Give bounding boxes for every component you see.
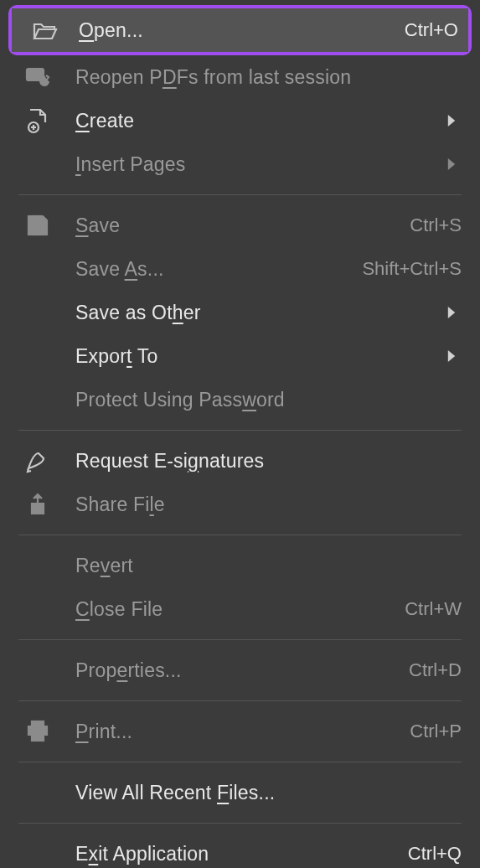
menu-item-shortcut: Ctrl+W — [344, 598, 462, 620]
menu-item-label: Revert — [75, 555, 344, 577]
svg-rect-5 — [32, 733, 44, 741]
menu-item-create[interactable]: Create — [0, 99, 480, 142]
share-icon — [0, 491, 75, 518]
create-pdf-icon — [0, 107, 75, 134]
menu-item-label: View All Recent Files... — [75, 782, 344, 804]
menu-separator — [18, 762, 462, 762]
menu-item-label: Open... — [79, 19, 341, 42]
menu-separator — [18, 823, 462, 824]
menu-item-label: Save As... — [75, 258, 344, 281]
menu-item-shortcut: Shift+Ctrl+S — [344, 258, 462, 280]
menu-item-shortcut: Ctrl+O — [341, 19, 458, 41]
menu-item-label: Protect Using Password — [75, 389, 344, 411]
menu-item-export-to[interactable]: Export To — [0, 334, 480, 378]
menu-item-label: Save as Other — [75, 302, 441, 324]
menu-item-save[interactable]: Save Ctrl+S — [0, 204, 480, 247]
menu-item-revert[interactable]: Revert — [0, 544, 480, 587]
menu-separator — [18, 535, 462, 535]
menu-item-label: Exit Application — [75, 843, 344, 865]
menu-separator — [18, 639, 462, 640]
menu-item-open-highlight: Open... Ctrl+O — [8, 5, 472, 55]
menu-item-save-as-other[interactable]: Save as Other — [0, 291, 480, 334]
folder-open-icon — [12, 17, 79, 44]
menu-item-share-file[interactable]: Share File — [0, 483, 480, 526]
chevron-right-icon — [441, 350, 462, 362]
menu-item-close-file[interactable]: Close File Ctrl+W — [0, 587, 480, 631]
menu-item-label: Reopen PDFs from last session — [75, 66, 351, 89]
menu-separator — [18, 430, 462, 431]
signature-icon — [0, 447, 75, 474]
menu-item-properties[interactable]: Properties... Ctrl+D — [0, 648, 480, 692]
menu-item-shortcut: Ctrl+D — [344, 659, 462, 681]
menu-item-save-as[interactable]: Save As... Shift+Ctrl+S — [0, 247, 480, 291]
menu-item-label: Export To — [75, 345, 441, 368]
menu-separator — [18, 194, 462, 195]
file-menu: Open... Ctrl+O Reopen PDFs from last ses… — [0, 0, 480, 868]
menu-item-label: Request E-signatures — [75, 450, 344, 473]
print-icon — [0, 718, 75, 745]
menu-item-shortcut: Ctrl+S — [344, 214, 462, 236]
save-icon — [0, 212, 75, 239]
menu-item-label: Print... — [75, 721, 344, 743]
menu-item-open[interactable]: Open... Ctrl+O — [12, 8, 468, 52]
menu-item-reopen[interactable]: Reopen PDFs from last session — [0, 55, 480, 99]
menu-item-shortcut: Ctrl+P — [344, 721, 462, 742]
menu-item-shortcut: Ctrl+Q — [344, 843, 462, 865]
menu-item-label: Save — [75, 214, 344, 237]
chevron-right-icon — [441, 115, 462, 127]
menu-item-label: Insert Pages — [75, 153, 441, 176]
menu-item-label: Create — [75, 110, 441, 132]
menu-item-insert-pages[interactable]: Insert Pages — [0, 142, 480, 186]
reopen-icon — [0, 64, 75, 90]
menu-item-exit-application[interactable]: Exit Application Ctrl+Q — [0, 832, 480, 868]
svg-rect-3 — [32, 227, 44, 235]
menu-item-protect-password[interactable]: Protect Using Password — [0, 378, 480, 421]
menu-item-label: Properties... — [75, 659, 344, 682]
menu-item-request-esignatures[interactable]: Request E-signatures — [0, 439, 480, 483]
menu-item-view-recent-files[interactable]: View All Recent Files... — [0, 771, 480, 814]
menu-item-print[interactable]: Print... Ctrl+P — [0, 710, 480, 753]
chevron-right-icon — [441, 307, 462, 318]
menu-item-label: Close File — [75, 598, 344, 621]
menu-separator — [18, 700, 462, 701]
svg-rect-2 — [33, 216, 41, 222]
chevron-right-icon — [441, 158, 462, 170]
menu-item-label: Share File — [75, 493, 344, 516]
